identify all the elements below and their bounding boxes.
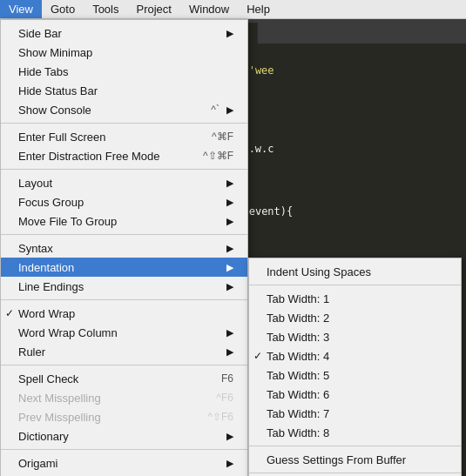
separator	[249, 446, 461, 446]
arrow-icon: ▶	[226, 243, 233, 254]
checkmark-icon: ✓	[253, 350, 262, 362]
arrow-icon: ▶	[226, 431, 233, 442]
menu-item-dictionary[interactable]: Dictionary ▶	[1, 426, 247, 446]
menu-item-layout[interactable]: Layout ▶	[1, 173, 247, 192]
separator	[1, 234, 247, 235]
sub-item-indent-spaces[interactable]: Indent Using Spaces	[249, 262, 461, 281]
sub-item-tabwidth-2[interactable]: Tab Width: 2	[249, 308, 461, 327]
separator	[249, 473, 461, 473]
menu-project[interactable]: Project	[128, 0, 180, 18]
menu-bar: View Goto Tools Project Window Help	[0, 0, 466, 19]
arrow-icon: ▶	[226, 458, 233, 469]
menu-goto[interactable]: Goto	[42, 0, 84, 18]
menu-tools[interactable]: Tools	[84, 0, 127, 18]
menu-window[interactable]: Window	[180, 0, 238, 18]
menu-item-spell-check[interactable]: Spell Check F6	[1, 369, 247, 388]
separator	[1, 299, 247, 300]
menu-item-move-file[interactable]: Move File To Group ▶	[1, 211, 247, 231]
menu-item-prev-misspelling[interactable]: Prev Misspelling ^⇧F6	[1, 407, 247, 426]
sub-item-tabwidth-4[interactable]: ✓ Tab Width: 4	[249, 346, 461, 365]
separator	[1, 169, 247, 170]
arrow-icon: ▶	[226, 327, 233, 339]
menu-item-line-endings[interactable]: Line Endings ▶	[1, 277, 247, 296]
separator	[1, 449, 247, 450]
menu-item-word-wrap[interactable]: ✓ Word Wrap	[1, 304, 247, 323]
sub-item-tabwidth-8[interactable]: Tab Width: 8	[249, 423, 461, 442]
menu-item-distraction-free[interactable]: Enter Distraction Free Mode ^⇧⌘F	[1, 146, 247, 165]
menu-item-syntax[interactable]: Syntax ▶	[1, 238, 247, 258]
separator	[249, 285, 461, 285]
menu-item-hide-tabs[interactable]: Hide Tabs	[1, 62, 247, 81]
arrow-icon: ▶	[226, 262, 233, 273]
checkmark-icon: ✓	[5, 307, 14, 319]
menu-item-show-console[interactable]: Show Console ^` ▶	[1, 100, 247, 119]
arrow-icon: ▶	[226, 178, 233, 189]
sub-item-tabwidth-3[interactable]: Tab Width: 3	[249, 327, 461, 346]
separator	[1, 123, 247, 124]
menu-item-minimap[interactable]: Show Minimap	[1, 43, 247, 62]
arrow-icon: ▶	[226, 346, 233, 358]
menu-item-focus-group[interactable]: Focus Group ▶	[1, 192, 247, 211]
menu-item-ruler[interactable]: Ruler ▶	[1, 342, 247, 361]
indentation-submenu: Indent Using Spaces Tab Width: 1 Tab Wid…	[248, 258, 462, 476]
sub-item-tabwidth-5[interactable]: Tab Width: 5	[249, 365, 461, 385]
menu-item-sidebar[interactable]: Side Bar ▶	[1, 23, 247, 43]
arrow-icon: ▶	[226, 28, 233, 39]
menu-item-next-misspelling[interactable]: Next Misspelling ^F6	[1, 388, 247, 407]
arrow-icon: ▶	[226, 197, 233, 208]
sub-item-tabwidth-6[interactable]: Tab Width: 6	[249, 385, 461, 404]
menu-item-word-wrap-column[interactable]: Word Wrap Column ▶	[1, 323, 247, 342]
sub-item-tabwidth-7[interactable]: Tab Width: 7	[249, 404, 461, 423]
separator	[1, 365, 247, 365]
menu-item-indentation[interactable]: Indentation ▶ Indent Using Spaces Tab Wi…	[1, 258, 247, 277]
menu-item-hide-status-bar[interactable]: Hide Status Bar	[1, 81, 247, 100]
menu-help[interactable]: Help	[238, 0, 279, 18]
arrow-icon: ▶	[226, 104, 233, 116]
view-menu-dropdown: Side Bar ▶ Show Minimap Hide Tabs Hide S…	[0, 19, 248, 476]
sub-item-tabwidth-1[interactable]: Tab Width: 1	[249, 289, 461, 308]
menu-item-fullscreen[interactable]: Enter Full Screen ^⌘F	[1, 127, 247, 146]
arrow-icon: ▶	[226, 281, 233, 292]
menu-view[interactable]: View	[0, 0, 42, 18]
menu-item-origami[interactable]: Origami ▶	[1, 453, 247, 473]
arrow-icon: ▶	[226, 216, 233, 227]
sub-item-guess-settings[interactable]: Guess Settings From Buffer	[249, 450, 461, 469]
